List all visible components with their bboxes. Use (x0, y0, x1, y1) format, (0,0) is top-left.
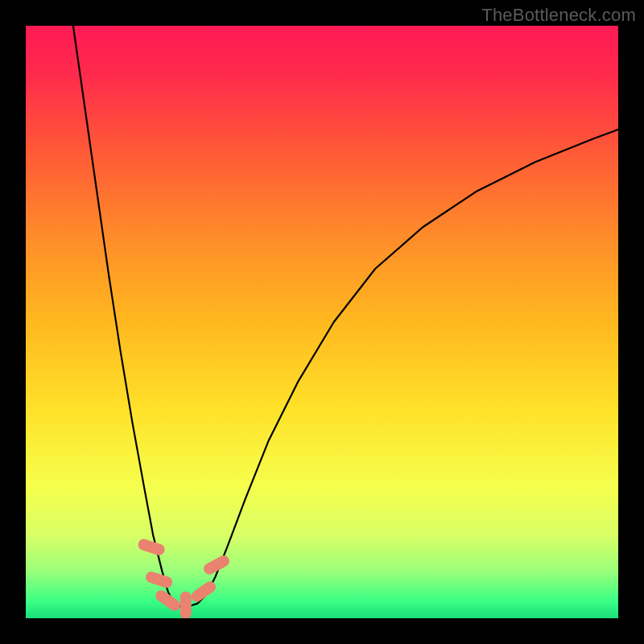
plot-area (26, 26, 618, 618)
svg-rect-3 (180, 592, 192, 618)
watermark-text: TheBottleneck.com (481, 5, 636, 26)
gradient-background (26, 26, 618, 618)
chart-svg (26, 26, 618, 618)
outer-frame: TheBottleneck.com (0, 0, 644, 644)
marker-lozenge (180, 592, 192, 618)
